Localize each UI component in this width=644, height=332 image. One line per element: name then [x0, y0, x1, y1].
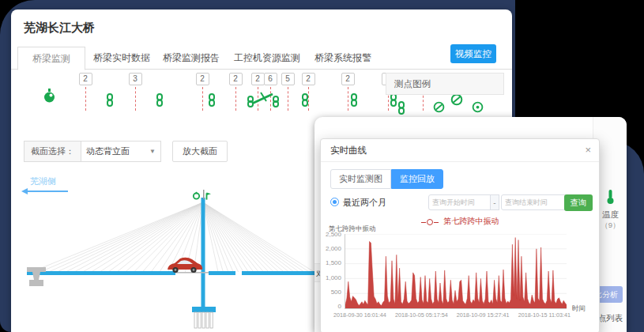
- chevron-down-icon: ▼: [149, 141, 156, 161]
- tab-realtime-data[interactable]: 桥梁实时数据: [93, 47, 150, 69]
- pile-group: [194, 312, 213, 328]
- tabs-divider: [11, 69, 512, 70]
- vibration-sensor-icon[interactable]: [349, 93, 359, 110]
- thermometer-icon[interactable]: [606, 194, 615, 207]
- sensor-dash-line: [288, 87, 288, 111]
- y-tick: 500: [331, 289, 341, 296]
- sensor-count-badge: 6: [264, 73, 277, 85]
- tab-bridge-monitoring[interactable]: 桥梁监测: [17, 47, 85, 70]
- bridge-elevation-view: [11, 166, 321, 332]
- tab-system-alarm[interactable]: 桥梁系统报警: [314, 47, 371, 69]
- vibration-plot: [345, 234, 567, 308]
- sensor-dash-line: [202, 87, 203, 111]
- sensor-count-badge: 2: [79, 73, 92, 85]
- expansion-joint-sensor-icon[interactable]: [247, 90, 280, 111]
- car-illustration: [168, 258, 202, 273]
- vibration-sensor-icon[interactable]: [155, 93, 164, 110]
- sensor-dash-line: [235, 87, 236, 111]
- legend-series-label: 第七跨跨中振动: [443, 217, 499, 225]
- x-tick: 2018-10-15 11:03:41: [518, 311, 571, 319]
- legend-marker-icon: [421, 217, 439, 226]
- bridge-tower: [201, 198, 205, 307]
- vibration-sensor-icon[interactable]: [105, 93, 115, 110]
- sensor-dash-line: [85, 87, 86, 111]
- sensor-point[interactable]: 2: [79, 73, 92, 111]
- sensor-point[interactable]: 2: [229, 73, 242, 111]
- vibration-chart[interactable]: [345, 234, 567, 309]
- y-tick: 2,500: [326, 231, 341, 238]
- abutment-pier: [27, 267, 46, 286]
- sensor-point[interactable]: 3: [129, 73, 141, 111]
- bridge-deck: [27, 271, 175, 275]
- tab-ipc-resource[interactable]: 工控机资源监测: [234, 47, 300, 69]
- y-tick: 1,500: [326, 259, 341, 266]
- section-select-dropdown[interactable]: 动态背立面 ▼: [81, 141, 161, 162]
- y-axis-ticks: 2,500 2,000 1,500 1,000 500 0: [321, 231, 341, 310]
- enlarge-section-button[interactable]: 放大截面: [172, 141, 228, 162]
- sensor-count-badge: 3: [129, 73, 142, 85]
- playback-tab[interactable]: 监控回放: [391, 169, 443, 189]
- page-title: 芜湖长江大桥: [24, 21, 95, 36]
- pier-cap: [192, 307, 216, 312]
- sensor-count-badge: 5: [281, 73, 295, 85]
- query-end-time-input[interactable]: [501, 194, 567, 210]
- video-monitor-button[interactable]: 视频监控: [450, 44, 496, 63]
- sensor-point[interactable]: 5: [281, 73, 294, 111]
- x-tick: 2018-10-05 05:17:54: [395, 311, 448, 319]
- cable-fan-right: [203, 202, 314, 272]
- vibration-sensor-icon[interactable]: [207, 93, 217, 110]
- y-tick: 2,000: [326, 245, 341, 252]
- sensor-dash-line: [135, 87, 136, 111]
- realtime-curve-modal: 实时曲线 × 实时监测图 监控回放 最近两个月 - 查询 第七跨跨中振动 第七跨…: [320, 138, 600, 332]
- sensor-count-badge: 2: [341, 73, 355, 85]
- vibration-sensor-icon[interactable]: [300, 93, 310, 110]
- sensor-count-badge: 2: [302, 73, 315, 85]
- modal-title: 实时曲线: [330, 145, 367, 155]
- realtime-view-tab[interactable]: 实时监测图: [330, 169, 391, 189]
- point-legend-title: 测点图例: [386, 73, 504, 95]
- tab-monitor-report[interactable]: 桥梁监测报告: [163, 47, 220, 69]
- anemometer-sensor-icon[interactable]: [202, 190, 211, 204]
- last-two-months-radio[interactable]: [330, 198, 339, 206]
- sensor-count-badge: 2: [251, 73, 265, 85]
- close-icon[interactable]: ×: [585, 139, 591, 161]
- x-axis-ticks: 2018-09-30 16:01:44 2018-10-05 05:17:54 …: [333, 311, 571, 319]
- pendulum-sensor-icon[interactable]: [43, 89, 55, 106]
- section-select-bar: 截面选择： 动态背立面 ▼ 放大截面: [24, 141, 228, 162]
- x-tick: 2018-10-09 15:27:41: [457, 311, 510, 319]
- modal-header: 实时曲线 ×: [321, 139, 599, 162]
- query-start-time-input[interactable]: [428, 194, 495, 210]
- y-tick: 1,000: [326, 274, 341, 281]
- query-button[interactable]: 查询: [564, 194, 593, 211]
- sensor-dash-line: [348, 87, 348, 111]
- sensor-count-badge: 2: [229, 73, 243, 85]
- query-filter-row: 最近两个月 - 查询: [330, 194, 591, 212]
- y-tick: 0: [338, 303, 341, 310]
- last-two-months-label: 最近两个月: [343, 197, 386, 209]
- x-tick: 2018-09-30 16:01:44: [333, 311, 386, 319]
- section-select-label: 截面选择：: [24, 141, 81, 162]
- range-separator: -: [490, 194, 499, 210]
- x-axis-title: 时间: [572, 304, 586, 314]
- gps-sensor-icon[interactable]: [192, 190, 201, 204]
- section-select-value: 动态背立面: [86, 141, 130, 161]
- curve-mode-switch: 实时监测图 监控回放: [330, 169, 443, 189]
- sensor-count-badge: 2: [196, 73, 209, 85]
